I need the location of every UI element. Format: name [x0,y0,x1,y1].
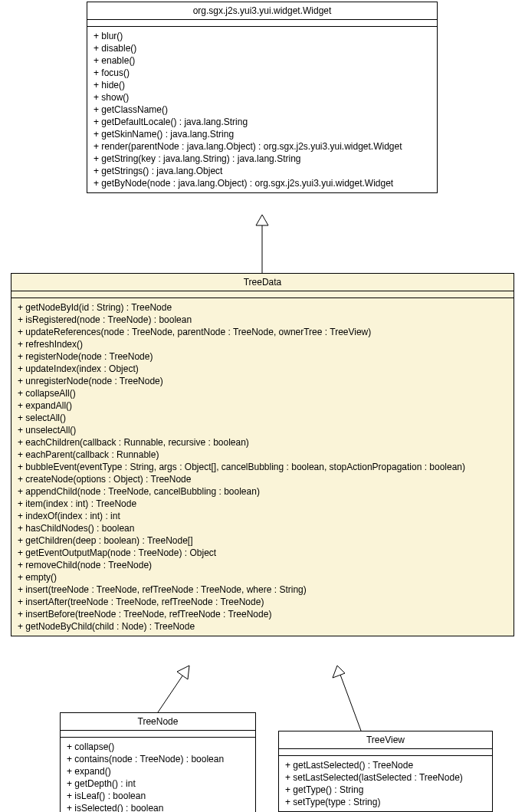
method-line: + getType() : String [285,784,486,796]
method-line: + refreshIndex() [18,338,507,350]
method-line: + collapseAll() [18,387,507,399]
class-name: TreeNode [61,713,255,731]
method-line: + isRegistered(node : TreeNode) : boolea… [18,314,507,326]
attrs-section [87,20,437,27]
svg-marker-1 [256,215,268,225]
method-line: + enable() [94,54,431,67]
svg-line-2 [158,675,183,712]
method-line: + eachChildren(callback : Runnable, recu… [18,436,507,449]
svg-line-4 [340,675,361,731]
uml-class-widget: org.sgx.j2s.yui3.yui.widget.Widget + blu… [87,2,438,193]
method-line: + updateReferences(node : TreeNode, pare… [18,326,507,338]
methods-section: + getNodeById(id : String) : TreeNode+ i… [11,298,514,636]
method-line: + render(parentNode : java.lang.Object) … [94,140,431,153]
methods-section: + blur()+ disable()+ enable()+ focus()+ … [87,27,437,192]
method-line: + blur() [94,30,431,42]
method-line: + empty() [18,571,507,584]
uml-class-treeview: TreeView + getLastSelected() : TreeNode+… [278,731,493,812]
method-line: + expandAll() [18,399,507,412]
method-line: + setLastSelected(lastSelected : TreeNod… [285,771,486,784]
method-line: + expand() [67,765,249,777]
method-line: + setType(type : String) [285,796,486,808]
attrs-section [11,291,514,298]
attrs-section [61,731,255,738]
method-line: + item(index : int) : TreeNode [18,498,507,510]
method-line: + unselectAll() [18,424,507,436]
method-line: + getString(key : java.lang.String) : ja… [94,153,431,165]
methods-section: + getLastSelected() : TreeNode+ setLastS… [279,756,492,811]
method-line: + getNodeByChild(child : Node) : TreeNod… [18,620,507,633]
method-line: + removeChild(node : TreeNode) [18,559,507,571]
method-line: + hide() [94,79,431,91]
method-line: + appendChild(node : TreeNode, cancelBub… [18,485,507,498]
method-line: + show() [94,91,431,104]
method-line: + isLeaf() : boolean [67,790,249,802]
method-line: + getClassName() [94,104,431,116]
method-line: + getNodeById(id : String) : TreeNode [18,301,507,314]
method-line: + eachParent(callback : Runnable) [18,449,507,461]
method-line: + getLastSelected() : TreeNode [285,759,486,771]
method-line: + disable() [94,42,431,54]
method-line: + contains(node : TreeNode) : boolean [67,753,249,765]
method-line: + hasChildNodes() : boolean [18,522,507,534]
method-line: + insertBefore(treeNode : TreeNode, refT… [18,608,507,620]
method-line: + bubbleEvent(eventType : String, args :… [18,461,507,473]
method-line: + getSkinName() : java.lang.String [94,128,431,140]
method-line: + insertAfter(treeNode : TreeNode, refTr… [18,596,507,608]
method-line: + createNode(options : Object) : TreeNod… [18,473,507,485]
method-line: + getChildren(deep : boolean) : TreeNode… [18,534,507,547]
uml-class-treedata: TreeData + getNodeById(id : String) : Tr… [11,273,514,636]
method-line: + getStrings() : java.lang.Object [94,165,431,177]
class-name: TreeData [11,274,514,291]
method-line: + collapse() [67,741,249,753]
method-line: + isSelected() : boolean [67,802,249,812]
method-line: + getDefaultLocale() : java.lang.String [94,116,431,128]
method-line: + getByNode(node : java.lang.Object) : o… [94,177,431,189]
method-line: + registerNode(node : TreeNode) [18,350,507,363]
method-line: + indexOf(index : int) : int [18,510,507,522]
method-line: + updateIndex(index : Object) [18,363,507,375]
method-line: + focus() [94,67,431,79]
method-line: + getDepth() : int [67,777,249,790]
methods-section: + collapse()+ contains(node : TreeNode) … [61,738,255,812]
method-line: + getEventOutputMap(node : TreeNode) : O… [18,547,507,559]
class-name: org.sgx.j2s.yui3.yui.widget.Widget [87,2,437,20]
svg-marker-5 [333,666,345,678]
attrs-section [279,749,492,756]
method-line: + selectAll() [18,412,507,424]
method-line: + insert(treeNode : TreeNode, refTreeNod… [18,584,507,596]
class-name: TreeView [279,731,492,749]
method-line: + unregisterNode(node : TreeNode) [18,375,507,387]
uml-class-treenode: TreeNode + collapse()+ contains(node : T… [60,712,256,812]
svg-marker-3 [177,666,189,679]
